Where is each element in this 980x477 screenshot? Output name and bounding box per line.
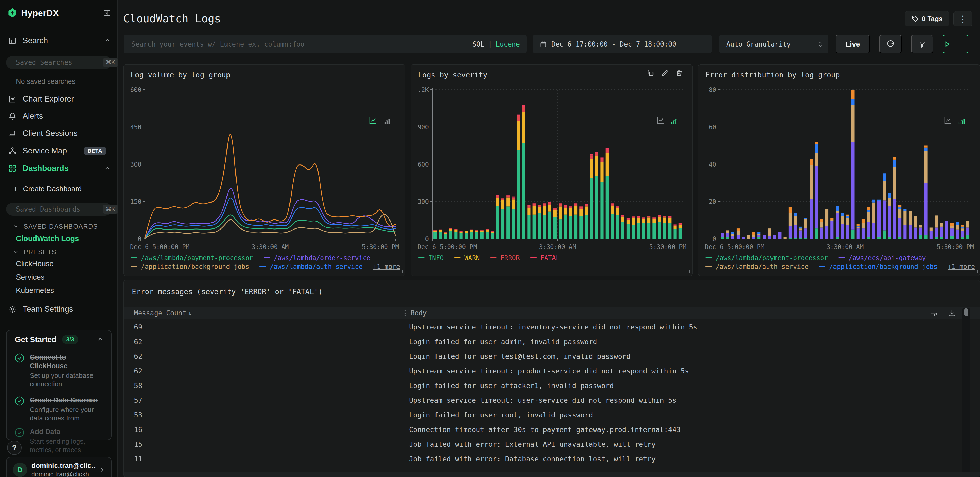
error-message-row[interactable]: 11Job failed with error: Database connec…	[124, 452, 967, 466]
sidebar-item-alerts[interactable]: Alerts	[0, 109, 118, 123]
query-language-toggle[interactable]: SQL | Lucene	[472, 40, 520, 48]
panel-title: Logs by severity	[418, 71, 487, 79]
sidebar-item-chart-explorer[interactable]: Chart Explorer	[0, 92, 118, 106]
error-message-row[interactable]: 57Upstream service timeout: user-service…	[124, 393, 967, 408]
legend-item-application-background-jobs[interactable]: /application/background-jobs	[819, 263, 937, 270]
drag-handle-icon[interactable]	[403, 309, 407, 316]
svg-text:900: 900	[418, 124, 429, 131]
saved-searches-search[interactable]: ⌘K	[6, 56, 111, 69]
section-presets[interactable]: PRESETS	[0, 247, 118, 257]
duplicate-panel-icon[interactable]	[647, 69, 654, 77]
svg-text:Dec 6 5:00:00 PM: Dec 6 5:00:00 PM	[705, 243, 764, 251]
saved-dashboards-search[interactable]: ⌘K	[6, 203, 111, 216]
error-message-row[interactable]: 69Upstream service timeout: inventory-se…	[124, 320, 967, 334]
sidebar-preset-kubernetes[interactable]: Kubernetes	[16, 286, 54, 295]
panel-resize-handle[interactable]	[687, 270, 690, 273]
filter-button[interactable]	[911, 35, 933, 53]
legend-item-fatal[interactable]: FATAL	[530, 254, 560, 262]
error-message-row[interactable]: 62Upstream service timeout: product-serv…	[124, 364, 967, 378]
column-header-body[interactable]: Body	[403, 309, 427, 317]
logs-by-severity-chart-canvas[interactable]: 03006009001.2KDec 6 5:00:00 PM3:30:00 AM…	[417, 84, 686, 251]
saved-dashboards-input[interactable]	[16, 205, 103, 213]
event-search-bar[interactable]: SQL | Lucene	[124, 35, 527, 53]
legend-item-aws-lambda-order-service[interactable]: /aws/lambda/order-service	[264, 254, 371, 262]
message-count: 53	[134, 411, 142, 419]
sidebar-item-label: Team Settings	[22, 305, 73, 314]
lucene-toggle[interactable]: Lucene	[496, 40, 520, 48]
wrap-text-icon[interactable]	[930, 309, 938, 317]
delete-panel-icon[interactable]	[675, 69, 683, 77]
collapse-sidebar-icon[interactable]	[102, 8, 112, 18]
error-message-row[interactable]: 15Job failed with error: External API un…	[124, 437, 967, 452]
saved-searches-input[interactable]	[16, 59, 103, 66]
svg-text:300: 300	[130, 161, 142, 168]
legend-more-link[interactable]: +1 more	[373, 263, 400, 270]
panel-resize-handle[interactable]	[974, 270, 978, 273]
get-started-step[interactable]: Connect to ClickHouseSet up your databas…	[7, 353, 112, 388]
date-range-picker[interactable]: Dec 6 17:00:00 - Dec 7 18:00:00	[533, 35, 712, 53]
message-count: 57	[134, 396, 142, 404]
granularity-select[interactable]: Auto Granularity	[719, 35, 828, 53]
legend-item-aws-lambda-auth-service[interactable]: /aws/lambda/auth-service	[259, 263, 363, 270]
event-search-input[interactable]	[131, 40, 472, 48]
legend-item-error[interactable]: ERROR	[490, 254, 520, 262]
legend-item-aws-ecs-api-gateway[interactable]: /aws/ecs/api-gateway	[838, 254, 926, 262]
avatar: D	[13, 463, 27, 477]
svg-text:60: 60	[709, 124, 716, 131]
message-count: 11	[134, 455, 142, 463]
sidebar-item-label: Client Sessions	[22, 129, 78, 138]
table-scrollbar-thumb[interactable]	[964, 308, 968, 316]
chart-explorer-icon	[8, 95, 16, 103]
panel-resize-handle[interactable]	[399, 270, 403, 273]
table-scrollbar-track[interactable]	[962, 308, 970, 475]
edit-panel-icon[interactable]	[661, 69, 669, 77]
error-message-row[interactable]: 58Login failed for user attacker1, inval…	[124, 378, 967, 393]
svg-text:0: 0	[138, 235, 142, 243]
sidebar-dashboard-cloudwatch-logs[interactable]: CloudWatch Logs	[16, 234, 79, 243]
sidebar-item-client-sessions[interactable]: Client Sessions	[0, 126, 118, 141]
error-message-row[interactable]: 62Login failed for user test@test.com, i…	[124, 349, 967, 364]
sidebar-item-team-settings[interactable]: Team Settings	[0, 302, 118, 316]
chevron-up-icon[interactable]	[104, 165, 111, 172]
legend-item-application-background-jobs[interactable]: /application/background-jobs	[130, 263, 249, 270]
sql-toggle[interactable]: SQL	[472, 40, 484, 48]
get-started-step[interactable]: Create Data SourcesConfigure where your …	[7, 396, 112, 423]
sidebar-item-label: Chart Explorer	[22, 94, 74, 103]
error-message-row[interactable]: 62Login failed for user admin, invalid p…	[124, 334, 967, 349]
no-saved-searches-text: No saved searches	[16, 78, 75, 86]
kebab-menu-button[interactable]: ⋮	[953, 11, 972, 27]
legend-item-warn[interactable]: WARN	[454, 254, 480, 262]
legend-item-info[interactable]: INFO	[418, 254, 444, 262]
sidebar-preset-clickhouse[interactable]: ClickHouse	[16, 259, 54, 268]
live-button[interactable]: Live	[835, 35, 870, 53]
date-range-value: Dec 6 17:00:00 - Dec 7 18:00:00	[552, 40, 676, 48]
legend-item-aws-lambda-payment-processor[interactable]: /aws/lambda/payment-processor	[130, 254, 253, 262]
table-icon	[8, 37, 16, 45]
create-dashboard-button[interactable]: + Create Dashboard	[0, 183, 118, 195]
error-distribution-chart-canvas[interactable]: 020406080Dec 6 5:00:00 PM3:30:00 AM5:30:…	[705, 84, 974, 251]
chevron-up-icon[interactable]	[104, 37, 111, 44]
sidebar-item-dashboards[interactable]: Dashboards	[0, 161, 118, 175]
get-started-step[interactable]: Add DataStart sending logs, metrics, or …	[7, 428, 112, 454]
table-hscrollbar[interactable]	[124, 472, 980, 477]
section-saved-dashboards[interactable]: SAVED DASHBOARDS	[0, 221, 118, 232]
tags-button[interactable]: 0 Tags	[905, 11, 949, 27]
chevron-up-icon[interactable]	[97, 336, 104, 343]
column-header-message-count[interactable]: Message Count↓	[134, 309, 192, 317]
error-message-row[interactable]: 16Connection timeout after 30s to paymen…	[124, 422, 967, 437]
sidebar-item-search[interactable]: Search	[0, 33, 118, 48]
user-card[interactable]: D dominic.tran@clic... dominic.tran@clic…	[6, 457, 111, 477]
download-icon[interactable]	[948, 309, 956, 317]
refresh-button[interactable]	[880, 35, 902, 53]
legend-item-aws-lambda-auth-service[interactable]: /aws/lambda/auth-service	[705, 263, 808, 270]
sidebar-item-service-map[interactable]: Service Map BETA	[0, 144, 118, 158]
run-query-button[interactable]	[943, 35, 969, 53]
error-message-row[interactable]: 53Login failed for user root, invalid pa…	[124, 408, 967, 422]
calendar-icon	[539, 41, 547, 48]
help-button[interactable]: ?	[7, 440, 22, 455]
legend-more-link[interactable]: +1 more	[948, 263, 975, 270]
log-volume-chart-canvas[interactable]: 0150300450600Dec 6 5:00:00 PM3:30:00 AM5…	[130, 84, 399, 251]
sidebar-preset-services[interactable]: Services	[16, 273, 54, 281]
legend-item-aws-lambda-payment-processor[interactable]: /aws/lambda/payment-processor	[705, 254, 828, 262]
message-body: Connection timeout after 30s to payment-…	[409, 426, 681, 434]
